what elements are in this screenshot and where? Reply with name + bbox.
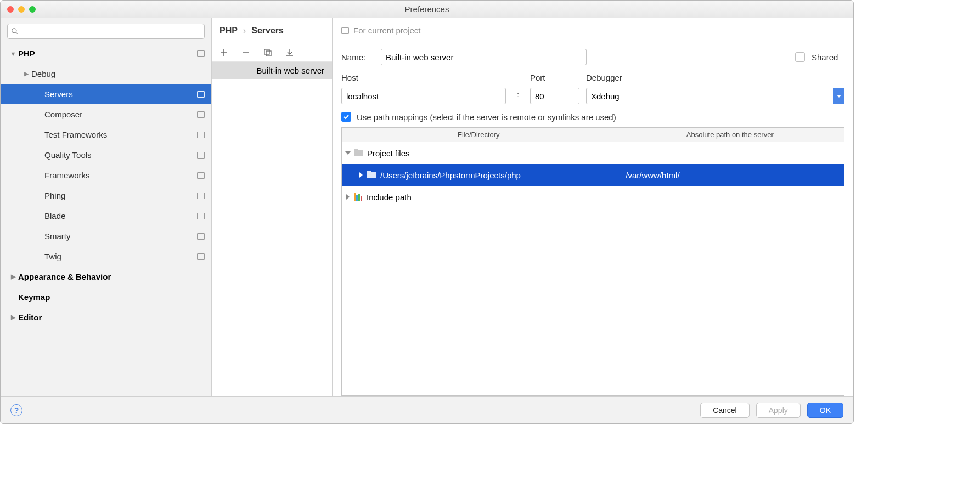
path-mappings-label: Use path mappings (select if the server … bbox=[357, 112, 616, 122]
sidebar-item-composer[interactable]: Composer bbox=[1, 104, 211, 125]
project-scope-icon bbox=[197, 152, 205, 159]
titlebar: Preferences bbox=[1, 1, 853, 18]
port-input[interactable] bbox=[530, 88, 579, 104]
name-input[interactable] bbox=[381, 49, 587, 65]
dialog-footer: ? Cancel Apply OK bbox=[1, 396, 853, 423]
chevron-right-icon: › bbox=[243, 26, 246, 36]
sidebar-item-debug[interactable]: ▶Debug bbox=[1, 64, 211, 84]
servers-panel: PHP › Servers Built-in web server bbox=[212, 18, 333, 396]
close-icon[interactable] bbox=[7, 6, 14, 13]
sidebar-item-label: Keymap bbox=[18, 292, 205, 302]
mappings-body[interactable]: Project files/Users/jetbrains/PhpstormPr… bbox=[342, 142, 844, 395]
project-scope-icon bbox=[197, 233, 205, 240]
host-port-separator: : bbox=[512, 78, 523, 99]
sidebar-item-label: Phing bbox=[44, 191, 197, 200]
folder-icon bbox=[367, 172, 376, 178]
server-details: For current project Name: Shared Host : bbox=[333, 18, 853, 396]
table-row[interactable]: Include path bbox=[342, 186, 844, 208]
shared-label: Shared bbox=[812, 53, 844, 62]
host-label: Host bbox=[341, 73, 506, 82]
window-controls bbox=[7, 6, 36, 13]
project-scope-icon bbox=[197, 50, 205, 57]
path-mappings-table: File/Directory Absolute path on the serv… bbox=[341, 127, 844, 396]
svg-rect-1 bbox=[266, 51, 271, 56]
maximize-icon[interactable] bbox=[29, 6, 36, 13]
project-scope-icon bbox=[197, 193, 205, 199]
path-local: /Users/jetbrains/PhpstormProjects/php bbox=[380, 171, 521, 180]
chevron-right-icon[interactable] bbox=[345, 151, 351, 155]
preferences-window: Preferences ▼PHP▶DebugServersComposerTes… bbox=[0, 0, 854, 424]
search-input[interactable] bbox=[7, 24, 205, 39]
sidebar-item-label: Smarty bbox=[44, 231, 197, 241]
sidebar-item-label: Debug bbox=[31, 69, 205, 78]
help-button[interactable]: ? bbox=[10, 404, 22, 416]
cancel-button[interactable]: Cancel bbox=[700, 403, 750, 418]
debugger-select[interactable] bbox=[586, 88, 844, 104]
project-scope-icon bbox=[197, 213, 205, 219]
sidebar-item-quality-tools[interactable]: Quality Tools bbox=[1, 145, 211, 165]
sidebar-item-label: Twig bbox=[44, 252, 197, 261]
path-local: Include path bbox=[367, 193, 412, 202]
ok-button[interactable]: OK bbox=[807, 403, 843, 418]
add-button[interactable] bbox=[218, 47, 229, 58]
sidebar-item-label: PHP bbox=[18, 49, 197, 58]
scope-label: For current project bbox=[353, 26, 421, 35]
col-file-directory: File/Directory bbox=[342, 131, 616, 139]
sidebar-item-php[interactable]: ▼PHP bbox=[1, 43, 211, 64]
sidebar-item-frameworks[interactable]: Frameworks bbox=[1, 165, 211, 185]
breadcrumb-leaf: Servers bbox=[251, 26, 284, 36]
settings-tree[interactable]: ▼PHP▶DebugServersComposerTest Frameworks… bbox=[1, 43, 211, 396]
sidebar-item-label: Composer bbox=[44, 110, 197, 119]
sidebar-item-label: Editor bbox=[18, 313, 205, 322]
sidebar-item-editor[interactable]: ▶Editor bbox=[1, 307, 211, 327]
sidebar-item-phing[interactable]: Phing bbox=[1, 185, 211, 206]
project-scope-icon bbox=[197, 111, 205, 118]
col-absolute-path: Absolute path on the server bbox=[616, 131, 844, 139]
path-remote[interactable]: /var/www/html/ bbox=[621, 171, 844, 180]
copy-button[interactable] bbox=[262, 47, 273, 58]
minimize-icon[interactable] bbox=[18, 6, 25, 13]
folder-icon bbox=[354, 150, 363, 156]
apply-button[interactable]: Apply bbox=[756, 403, 801, 418]
sidebar-item-test-frameworks[interactable]: Test Frameworks bbox=[1, 125, 211, 145]
svg-rect-0 bbox=[264, 49, 269, 54]
sidebar-item-servers[interactable]: Servers bbox=[1, 84, 211, 104]
import-button[interactable] bbox=[284, 47, 295, 58]
path-mappings-checkbox[interactable] bbox=[341, 112, 351, 122]
debugger-label: Debugger bbox=[586, 73, 844, 82]
chevron-down-icon: ▼ bbox=[8, 50, 18, 57]
sidebar-item-label: Appearance & Behavior bbox=[18, 272, 205, 281]
sidebar-item-keymap[interactable]: Keymap bbox=[1, 287, 211, 307]
project-scope-icon bbox=[197, 132, 205, 138]
servers-toolbar bbox=[212, 43, 332, 62]
breadcrumb-root: PHP bbox=[219, 26, 238, 36]
sidebar-item-label: Servers bbox=[44, 89, 197, 99]
chevron-right-icon[interactable] bbox=[346, 194, 350, 200]
sidebar-item-label: Blade bbox=[44, 211, 197, 221]
chevron-right-icon: ▶ bbox=[8, 273, 18, 280]
sidebar-item-label: Frameworks bbox=[44, 171, 197, 180]
remove-button[interactable] bbox=[240, 47, 251, 58]
sidebar-item-label: Quality Tools bbox=[44, 150, 197, 160]
chevron-right-icon[interactable] bbox=[359, 172, 363, 178]
body: ▼PHP▶DebugServersComposerTest Frameworks… bbox=[1, 18, 853, 396]
host-input[interactable] bbox=[341, 88, 506, 104]
window-title: Preferences bbox=[1, 4, 853, 14]
sidebar-item-twig[interactable]: Twig bbox=[1, 246, 211, 267]
servers-list[interactable]: Built-in web server bbox=[212, 62, 332, 396]
project-scope-icon bbox=[341, 27, 349, 34]
chevron-right-icon: ▶ bbox=[21, 70, 31, 77]
chevron-right-icon: ▶ bbox=[8, 314, 18, 321]
sidebar-item-smarty[interactable]: Smarty bbox=[1, 226, 211, 246]
library-icon bbox=[354, 193, 362, 201]
shared-checkbox[interactable] bbox=[795, 52, 805, 62]
port-label: Port bbox=[530, 73, 579, 82]
table-row[interactable]: /Users/jetbrains/PhpstormProjects/php/va… bbox=[342, 164, 844, 186]
server-item[interactable]: Built-in web server bbox=[212, 62, 332, 79]
path-local: Project files bbox=[367, 149, 410, 158]
sidebar-item-appearance-behavior[interactable]: ▶Appearance & Behavior bbox=[1, 267, 211, 287]
project-scope-icon bbox=[197, 91, 205, 98]
sidebar-item-blade[interactable]: Blade bbox=[1, 206, 211, 226]
table-row[interactable]: Project files bbox=[342, 142, 844, 164]
chevron-down-icon[interactable] bbox=[833, 88, 844, 104]
